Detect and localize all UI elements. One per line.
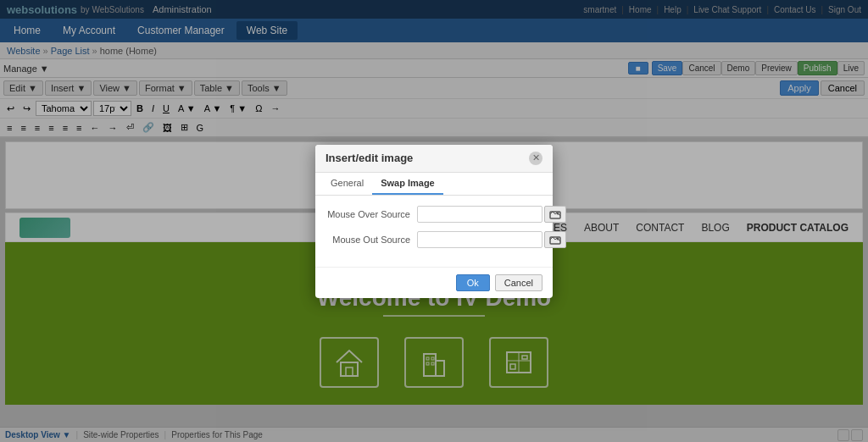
form-row-mouseover: Mouse Over Source	[326, 206, 542, 223]
modal-header: Insert/edit image ✕	[315, 145, 553, 173]
mouse-over-label: Mouse Over Source	[326, 209, 410, 219]
mouse-out-label: Mouse Out Source	[326, 235, 410, 245]
mouse-over-input[interactable]	[417, 206, 542, 223]
mouse-out-browse-button[interactable]	[544, 231, 566, 248]
mouse-over-input-group	[417, 206, 566, 223]
modal-body: Mouse Over Source Mouse Out So	[315, 196, 553, 267]
modal-footer: Ok Cancel	[315, 267, 553, 298]
svg-point-16	[557, 237, 559, 240]
modal-title: Insert/edit image	[326, 152, 413, 164]
insert-edit-image-modal: Insert/edit image ✕ General Swap Image M…	[315, 145, 553, 298]
modal-close-button[interactable]: ✕	[529, 152, 542, 165]
svg-point-14	[557, 212, 559, 214]
mouse-over-browse-button[interactable]	[544, 206, 566, 223]
mouse-out-input-group	[417, 231, 566, 248]
modal-ok-button[interactable]: Ok	[456, 274, 490, 291]
mouse-out-input[interactable]	[417, 231, 542, 248]
modal-tabs: General Swap Image	[315, 173, 553, 196]
page-wrapper: { "topbar": { "logo": "websolutions", "l…	[0, 0, 868, 442]
form-row-mouseout: Mouse Out Source	[326, 231, 542, 248]
modal-tab-swapimage[interactable]: Swap Image	[372, 173, 443, 195]
modal-cancel-button[interactable]: Cancel	[495, 274, 542, 291]
modal-overlay: Insert/edit image ✕ General Swap Image M…	[0, 0, 868, 442]
modal-tab-general[interactable]: General	[322, 173, 372, 195]
